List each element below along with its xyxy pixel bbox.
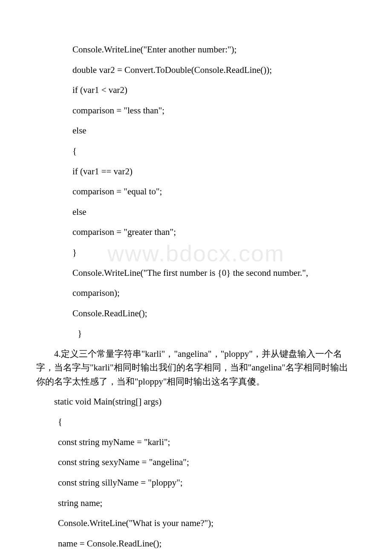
code-line: Console.ReadLine(); — [36, 306, 356, 321]
code-line: { — [36, 144, 356, 159]
code-line: } — [36, 327, 356, 341]
code-line: if (var1 == var2) — [36, 165, 356, 179]
code-line: comparison = "greater than"; — [36, 225, 356, 240]
code-line: string name; — [36, 496, 356, 511]
document-content: Console.WriteLine("Enter another number:… — [0, 0, 392, 551]
code-line: Console.WriteLine("Enter another number:… — [36, 43, 356, 57]
code-line: comparison = "equal to"; — [36, 185, 356, 199]
code-line: if (var1 < var2) — [36, 83, 356, 98]
paragraph-text: 4.定义三个常量字符串"karli"，"angelina"，"ploppy"，并… — [36, 347, 356, 389]
code-line: const string sillyName = "ploppy"; — [36, 476, 356, 490]
code-line: comparison); — [36, 286, 356, 301]
code-line: else — [36, 205, 356, 220]
code-line: } — [36, 246, 356, 260]
code-line: double var2 = Convert.ToDouble(Console.R… — [36, 63, 356, 78]
code-line: name = Console.ReadLine(); — [36, 537, 356, 551]
code-line: const string myName = "karli"; — [36, 435, 356, 450]
code-line: const string sexyName = "angelina"; — [36, 455, 356, 470]
code-line: else — [36, 124, 356, 138]
code-line: Console.WriteLine("What is your name?"); — [36, 516, 356, 531]
code-line: { — [36, 415, 356, 429]
code-line: Console.WriteLine("The first number is {… — [36, 266, 356, 280]
code-line: static void Main(string[] args) — [36, 395, 356, 409]
code-line: comparison = "less than"; — [36, 104, 356, 118]
